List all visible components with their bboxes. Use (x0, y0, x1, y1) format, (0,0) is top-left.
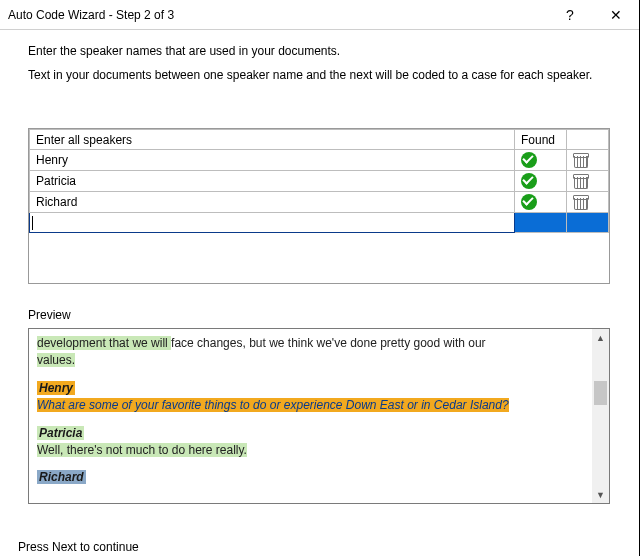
scroll-down-icon[interactable]: ▼ (592, 486, 609, 503)
speaker-tag-patricia: Patricia (37, 426, 84, 440)
delete-cell-selected (567, 213, 609, 233)
trash-icon (573, 153, 587, 168)
found-cell (515, 192, 567, 213)
preview-line: What are some of your favorite things to… (37, 397, 586, 414)
check-icon (521, 152, 537, 168)
preview-line: values. (37, 352, 586, 369)
scroll-up-icon[interactable]: ▲ (592, 329, 609, 346)
preview-line: development that we will face changes, b… (37, 335, 586, 352)
preview-scrollbar[interactable]: ▲ ▼ (592, 329, 609, 503)
preview-speaker-block: Patricia (37, 425, 586, 442)
check-icon (521, 194, 537, 210)
new-speaker-input[interactable] (30, 213, 515, 233)
col-header-name: Enter all speakers (30, 130, 515, 150)
delete-cell[interactable] (567, 150, 609, 171)
content-area: Enter the speaker names that are used in… (0, 30, 639, 504)
found-cell-selected (515, 213, 567, 233)
preview-line: Well, there's not much to do here really… (37, 442, 586, 459)
delete-cell[interactable] (567, 192, 609, 213)
trash-icon (573, 195, 587, 210)
preview-content: development that we will face changes, b… (29, 329, 592, 503)
text-caret (32, 216, 33, 230)
speakers-table: Enter all speakers Found Henry Patricia … (29, 129, 609, 233)
col-header-found: Found (515, 130, 567, 150)
instruction-line-2: Text in your documents between one speak… (28, 68, 611, 82)
help-button[interactable]: ? (547, 0, 593, 30)
preview-speaker-block: Henry (37, 380, 586, 397)
close-button[interactable]: ✕ (593, 0, 639, 30)
preview-label: Preview (28, 308, 611, 322)
table-header-row: Enter all speakers Found (30, 130, 609, 150)
preview-box: development that we will face changes, b… (28, 328, 610, 504)
speaker-name-cell[interactable]: Henry (30, 150, 515, 171)
table-row-new (30, 213, 609, 233)
preview-speaker-block: Richard (37, 469, 586, 486)
instruction-line-1: Enter the speaker names that are used in… (28, 44, 611, 58)
found-cell (515, 150, 567, 171)
scroll-thumb[interactable] (594, 381, 607, 405)
check-icon (521, 173, 537, 189)
speaker-name-cell[interactable]: Richard (30, 192, 515, 213)
window-title: Auto Code Wizard - Step 2 of 3 (8, 8, 547, 22)
trash-icon (573, 174, 587, 189)
table-row: Henry (30, 150, 609, 171)
speaker-tag-henry: Henry (37, 381, 75, 395)
footer-hint: Press Next to continue (18, 540, 139, 554)
speaker-tag-richard: Richard (37, 470, 86, 484)
found-cell (515, 171, 567, 192)
speaker-name-cell[interactable]: Patricia (30, 171, 515, 192)
table-row: Patricia (30, 171, 609, 192)
table-row: Richard (30, 192, 609, 213)
delete-cell[interactable] (567, 171, 609, 192)
col-header-delete (567, 130, 609, 150)
titlebar: Auto Code Wizard - Step 2 of 3 ? ✕ (0, 0, 639, 30)
speakers-table-container: Enter all speakers Found Henry Patricia … (28, 128, 610, 284)
